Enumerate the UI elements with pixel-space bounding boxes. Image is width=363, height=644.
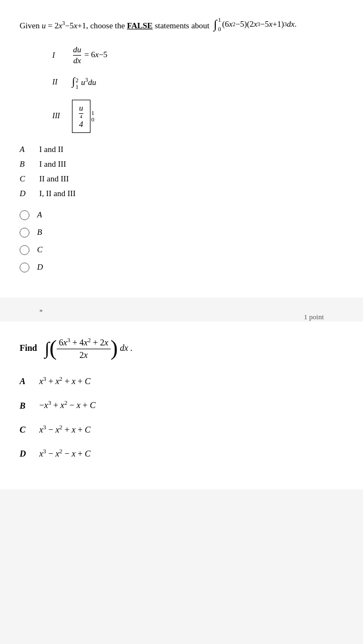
find-integral-row: Find ∫ ( 6x3 + 4x2 + 2x 2x ) dx .: [20, 337, 343, 360]
radio-A-row[interactable]: A: [20, 210, 343, 220]
integral-sign: ∫: [45, 339, 50, 357]
choice-A: A I and II: [20, 145, 343, 154]
fraction-denominator: 2x: [77, 349, 90, 360]
question-2-block: Find ∫ ( 6x3 + 4x2 + 2x 2x ) dx . A x3 +…: [0, 321, 363, 490]
q2-choice-D: D x3 − x2 − x + C: [20, 448, 343, 459]
choice-D-text: I, II and III: [39, 189, 76, 198]
dx-label: dx .: [120, 343, 132, 353]
q2-choice-B: B −x3 + x2 − x + C: [20, 399, 343, 410]
choice-B-letter: B: [20, 160, 39, 169]
choice-A-letter: A: [20, 145, 39, 154]
statement-III-num: III: [52, 112, 72, 120]
q2-choices: A x3 + x2 + x + C B −x3 + x2 − x + C C x…: [20, 375, 343, 459]
q2-choice-C-letter: C: [20, 425, 39, 435]
choice-C-text: II and III: [39, 174, 69, 184]
q2-choice-B-letter: B: [20, 401, 39, 411]
radio-D-label: D: [37, 263, 43, 272]
q2-choice-A: A x3 + x2 + x + C: [20, 375, 343, 386]
integral-expression: ∫ ( 6x3 + 4x2 + 2x 2x ) dx .: [45, 337, 132, 360]
q2-choice-A-letter: A: [20, 376, 39, 386]
q2-choice-B-text: −x3 + x2 − x + C: [39, 399, 95, 410]
question-1-block: Given u = 2x3−5x+1, choose the FALSE sta…: [0, 0, 363, 297]
left-paren: (: [50, 337, 57, 359]
statement-III: III u4 4 10: [52, 100, 343, 133]
find-label: Find: [20, 343, 37, 353]
statement-II-num: II: [52, 78, 72, 87]
radio-C[interactable]: [20, 245, 29, 255]
star-marker: *: [20, 307, 43, 316]
radio-B-row[interactable]: B: [20, 228, 343, 238]
q2-choice-C: C x3 − x2 + x + C: [20, 424, 343, 435]
q2-choice-A-text: x3 + x2 + x + C: [39, 375, 90, 386]
problem-statement-1: Given u = 2x3−5x+1, choose the FALSE sta…: [20, 15, 343, 33]
big-fraction: 6x3 + 4x2 + 2x 2x: [57, 337, 111, 360]
right-paren: ): [111, 337, 118, 359]
radio-C-row[interactable]: C: [20, 245, 343, 255]
statement-II: II ∫21 u3du: [52, 75, 343, 90]
statement-II-content: ∫21 u3du: [72, 75, 96, 90]
radio-A[interactable]: [20, 210, 29, 220]
choices-area: A I and II B I and III C II and III D I,…: [20, 145, 343, 198]
choice-A-text: I and II: [39, 145, 63, 154]
choice-D: D I, II and III: [20, 189, 343, 198]
statement-III-content: u4 4 10: [72, 100, 94, 133]
fraction-numerator: 6x3 + 4x2 + 2x: [57, 337, 111, 349]
radio-B-label: B: [37, 228, 42, 237]
statements-area: I du dx = 6x−5 II ∫21 u3du III: [52, 45, 343, 133]
radio-group-1: A B C D: [20, 210, 343, 272]
point-label: 1 point: [304, 307, 343, 321]
choice-B-text: I and III: [39, 160, 66, 169]
q2-choice-D-letter: D: [20, 449, 39, 459]
choice-D-letter: D: [20, 189, 39, 198]
section-header: * 1 point: [0, 303, 363, 321]
radio-B[interactable]: [20, 228, 29, 238]
choice-C: C II and III: [20, 174, 343, 184]
statement-I: I du dx = 6x−5: [52, 45, 343, 65]
radio-D[interactable]: [20, 263, 29, 272]
choice-C-letter: C: [20, 174, 39, 184]
radio-A-label: A: [37, 210, 42, 220]
statement-I-content: du dx = 6x−5: [72, 45, 107, 65]
q2-choice-C-text: x3 − x2 + x + C: [39, 424, 90, 435]
choice-B: B I and III: [20, 160, 343, 169]
radio-C-label: C: [37, 245, 43, 254]
statement-I-num: I: [52, 51, 72, 60]
radio-D-row[interactable]: D: [20, 263, 343, 272]
q2-choice-D-text: x3 − x2 − x + C: [39, 448, 90, 459]
